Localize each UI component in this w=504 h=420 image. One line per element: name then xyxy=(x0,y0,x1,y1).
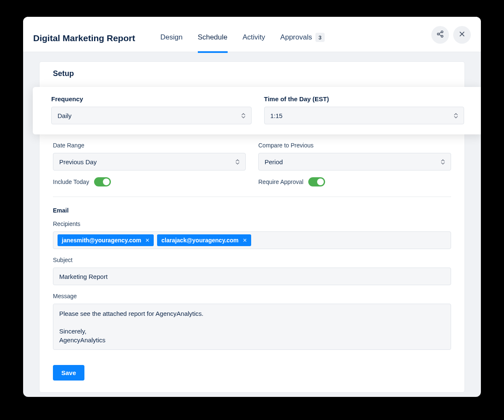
app-window: Digital Marketing Report Design Schedule… xyxy=(23,17,481,397)
header: Digital Marketing Report Design Schedule… xyxy=(23,17,481,52)
date-range-value: Previous Day xyxy=(59,158,97,165)
compare-label: Compare to Previous xyxy=(258,142,451,149)
tab-design[interactable]: Design xyxy=(160,24,183,53)
tab-approvals[interactable]: Approvals 3 xyxy=(280,24,325,53)
recipient-email: janesmith@youragency.com xyxy=(62,237,141,244)
subject-field: Subject xyxy=(53,257,451,285)
include-today-label: Include Today xyxy=(53,178,89,185)
message-textarea[interactable]: Please see the attached report for Agenc… xyxy=(53,304,451,350)
frequency-label: Frequency xyxy=(51,95,252,102)
chevron-updown-icon xyxy=(441,159,445,165)
time-label: Time of the Day (EST) xyxy=(264,95,465,102)
share-icon xyxy=(436,30,444,39)
date-range-select[interactable]: Previous Day xyxy=(53,153,246,171)
require-approval-toggle[interactable] xyxy=(308,177,325,186)
frequency-value: Daily xyxy=(58,112,71,119)
approvals-badge: 3 xyxy=(315,33,325,42)
recipients-input[interactable]: janesmith@youragency.com clarajack@youra… xyxy=(53,231,451,249)
recipient-chip: janesmith@youragency.com xyxy=(58,234,154,246)
include-today-toggle[interactable] xyxy=(94,177,111,186)
require-approval-row: Require Approval xyxy=(258,177,451,186)
compare-value: Period xyxy=(265,158,283,165)
recipient-email: clarajack@youragency.com xyxy=(161,237,239,244)
chip-remove-icon[interactable] xyxy=(243,238,247,242)
page-title: Digital Marketing Report xyxy=(33,33,135,43)
recipients-field: Recipients janesmith@youragency.com clar… xyxy=(53,220,451,249)
time-select[interactable]: 1:15 xyxy=(264,107,465,124)
chevron-updown-icon xyxy=(236,159,239,165)
content: Setup Frequency Daily xyxy=(23,52,481,397)
time-value: 1:15 xyxy=(270,112,283,119)
compare-field: Compare to Previous Period Require Appro… xyxy=(258,142,451,186)
chevron-updown-icon xyxy=(454,113,458,118)
frequency-field: Frequency Daily xyxy=(51,95,252,124)
email-section-label: Email xyxy=(53,207,451,214)
frequency-select[interactable]: Daily xyxy=(51,107,252,124)
compare-select[interactable]: Period xyxy=(258,153,451,171)
subject-label: Subject xyxy=(53,257,451,263)
tab-label: Activity xyxy=(243,33,265,42)
date-range-field: Date Range Previous Day Include Today xyxy=(53,142,246,186)
require-approval-label: Require Approval xyxy=(258,178,303,185)
close-button[interactable] xyxy=(453,26,471,44)
recipients-label: Recipients xyxy=(53,220,451,227)
tab-label: Design xyxy=(160,33,183,42)
tab-label: Approvals xyxy=(280,33,312,42)
tabs: Design Schedule Activity Approvals 3 xyxy=(160,24,431,52)
chip-remove-icon[interactable] xyxy=(145,238,150,242)
svg-line-3 xyxy=(439,34,441,36)
setup-card: Setup Frequency Daily xyxy=(39,61,465,393)
header-actions xyxy=(431,26,471,44)
date-range-label: Date Range xyxy=(53,142,246,149)
frequency-panel: Frequency Daily Time of the Day (EST) xyxy=(33,87,481,134)
subject-input[interactable] xyxy=(53,268,451,285)
save-button[interactable]: Save xyxy=(53,365,84,381)
message-field: Message Please see the attached report f… xyxy=(53,293,451,350)
tab-label: Schedule xyxy=(198,33,228,42)
time-field: Time of the Day (EST) 1:15 xyxy=(264,95,465,124)
close-icon xyxy=(459,31,465,39)
recipient-chip: clarajack@youragency.com xyxy=(157,234,251,246)
share-button[interactable] xyxy=(431,26,449,44)
tab-schedule[interactable]: Schedule xyxy=(198,24,228,53)
include-today-row: Include Today xyxy=(53,177,246,186)
divider xyxy=(53,197,451,197)
chevron-updown-icon xyxy=(242,113,245,118)
setup-title: Setup xyxy=(53,69,451,78)
tab-activity[interactable]: Activity xyxy=(243,24,265,53)
svg-line-4 xyxy=(439,32,441,34)
message-label: Message xyxy=(53,293,451,299)
